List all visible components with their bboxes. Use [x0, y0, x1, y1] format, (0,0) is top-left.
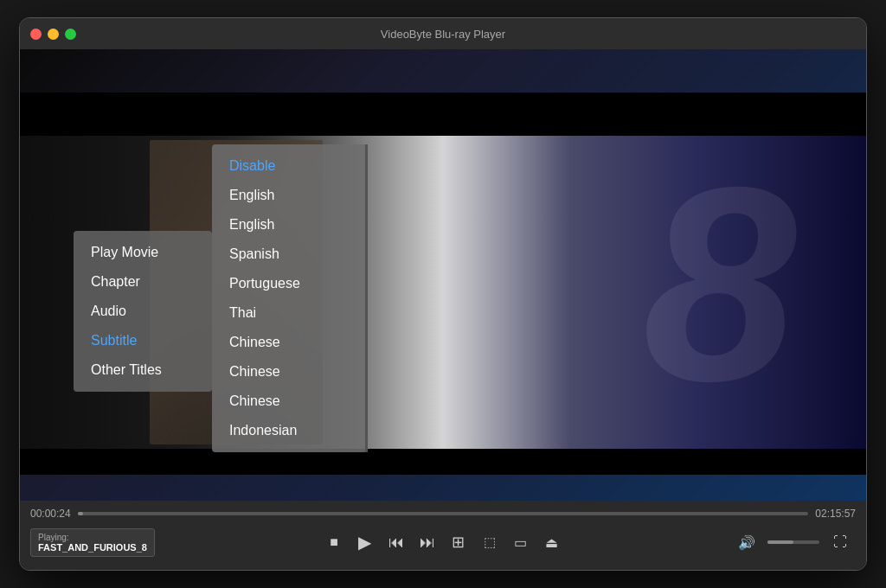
playing-title: FAST_AND_FURIOUS_8	[38, 542, 147, 553]
subtitle-option-english-2[interactable]: English	[212, 210, 368, 240]
player-area: 8 Play Movie Chapter Audio Subtitle Othe…	[20, 49, 866, 501]
maximize-button[interactable]	[65, 29, 76, 40]
fullscreen-button[interactable]: ⛶	[825, 527, 856, 558]
subtitle-option-portuguese[interactable]: Portuguese	[212, 269, 368, 298]
volume-fill	[767, 540, 793, 544]
time-total: 02:15:57	[815, 508, 856, 520]
window-title: VideoByte Blu-ray Player	[381, 28, 505, 41]
close-button[interactable]	[30, 29, 42, 40]
menu-item-chapter[interactable]: Chapter	[74, 267, 212, 297]
eject-button[interactable]: ⏏	[536, 527, 568, 558]
playing-info: Playing: FAST_AND_FURIOUS_8	[30, 528, 155, 557]
progress-track[interactable]	[78, 512, 809, 515]
subtitle-option-disable[interactable]: Disable	[212, 151, 368, 181]
volume-icon[interactable]: 🔊	[731, 527, 762, 558]
subtitle-option-chinese-2[interactable]: Chinese	[212, 357, 368, 387]
subtitle-dropdown: Disable English English Spanish Portugue…	[212, 144, 368, 452]
subtitle-option-english-1[interactable]: English	[212, 181, 368, 210]
subtitle-option-spanish[interactable]: Spanish	[212, 240, 368, 269]
menu-item-play-movie[interactable]: Play Movie	[74, 238, 212, 267]
stop-button[interactable]: ■	[318, 527, 350, 558]
screenshot-button[interactable]: ⬚	[474, 527, 505, 558]
progress-area: 00:00:24 02:15:57	[20, 501, 866, 523]
dropdown-accent	[365, 144, 368, 452]
traffic-lights	[30, 29, 76, 40]
volume-slider[interactable]	[767, 540, 819, 544]
title-bar: VideoByte Blu-ray Player	[20, 18, 866, 49]
movie-title-number: 8	[643, 145, 797, 422]
controls-bar: 00:00:24 02:15:57 Playing: FAST_AND_FURI…	[20, 501, 866, 570]
menu-item-other-titles[interactable]: Other Titles	[74, 355, 212, 385]
play-button[interactable]: ▶	[350, 527, 381, 558]
right-controls: 🔊 ⛶	[731, 527, 856, 558]
black-bar-bottom	[20, 449, 866, 475]
subtitle-option-thai[interactable]: Thai	[212, 298, 368, 328]
minimize-button[interactable]	[48, 29, 59, 40]
next-button[interactable]: ⏭	[412, 527, 443, 558]
progress-fill	[78, 512, 84, 515]
context-menu: Play Movie Chapter Audio Subtitle Other …	[74, 231, 212, 392]
menu-item-audio[interactable]: Audio	[74, 297, 212, 326]
app-window: VideoByte Blu-ray Player 8 Play Movie Ch…	[19, 17, 867, 571]
time-current: 00:00:24	[30, 508, 71, 520]
controls-row: Playing: FAST_AND_FURIOUS_8 ■ ▶ ⏮ ⏭ ⊞ ⬚ …	[20, 523, 866, 561]
subtitle-option-chinese-3[interactable]: Chinese	[212, 387, 368, 416]
menu-item-subtitle[interactable]: Subtitle	[74, 326, 212, 355]
subtitle-option-indonesian[interactable]: Indonesian	[212, 416, 368, 445]
prev-button[interactable]: ⏮	[381, 527, 412, 558]
playing-label: Playing:	[38, 533, 147, 542]
grid-button[interactable]: ⊞	[443, 527, 474, 558]
folder-button[interactable]: ▭	[505, 527, 536, 558]
subtitle-option-chinese-1[interactable]: Chinese	[212, 328, 368, 357]
